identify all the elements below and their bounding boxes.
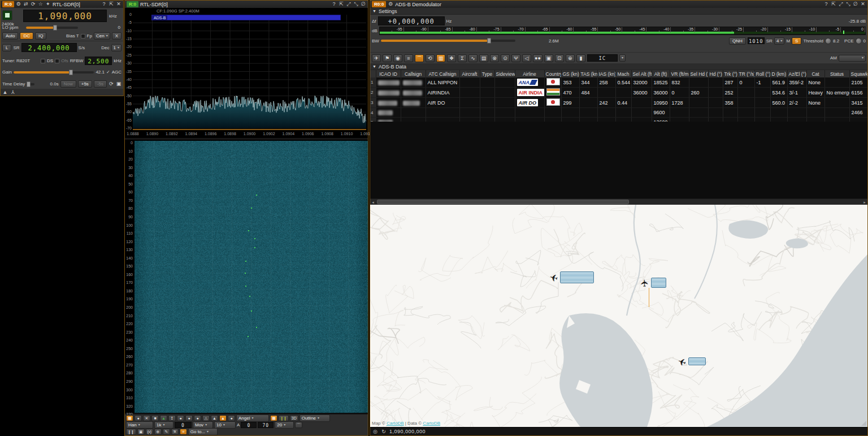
histogram-dial[interactable]: ● xyxy=(134,415,142,421)
settings-header[interactable]: ▼ Settings xyxy=(370,8,867,15)
favorite-icon[interactable]: ☆ xyxy=(38,1,44,7)
trace-dial-2[interactable]: ● xyxy=(185,415,193,421)
resize-grip-icon[interactable] xyxy=(861,421,866,426)
hide-icon[interactable]: ∅ xyxy=(853,1,858,7)
current-trace-button[interactable]: ▲ xyxy=(211,415,218,421)
antenna-icon[interactable]: Ψ xyxy=(511,54,520,62)
fft-size-select[interactable]: 1k▾ xyxy=(154,421,173,429)
reload-device-icon[interactable]: ⟳ xyxy=(31,1,36,7)
exclude-icon[interactable]: ⊗ xyxy=(490,54,499,62)
column-header[interactable]: Airline xyxy=(515,70,544,77)
marker-dial[interactable]: ● xyxy=(228,415,235,421)
presets-icon[interactable]: ✦ xyxy=(45,1,51,7)
waterfall-palette-button[interactable]: ❙❙ xyxy=(279,415,289,421)
aggregate-icon[interactable]: Σ xyxy=(458,54,467,62)
trace-up-button[interactable]: ↥ xyxy=(168,415,176,421)
help-icon[interactable]: ? xyxy=(331,1,337,7)
gain-slider[interactable] xyxy=(14,71,94,74)
column-header[interactable]: Aircraft xyxy=(459,70,480,77)
aircraft-data-label[interactable] xyxy=(688,357,706,365)
collapse-icon[interactable]: ▼ xyxy=(372,9,376,13)
lo-ppm-slider[interactable] xyxy=(26,27,78,29)
agc-check-icon[interactable]: ✓ xyxy=(106,70,110,75)
wideband-button[interactable]: (•) xyxy=(146,429,153,435)
cartodb-link-2[interactable]: CartoDB xyxy=(423,421,440,426)
start-stop-button[interactable] xyxy=(2,10,12,20)
find-on-map-icon[interactable]: ⊕ xyxy=(566,54,575,62)
column-header[interactable]: Callsign xyxy=(401,70,426,77)
restore-icon[interactable]: ⤡ xyxy=(845,1,851,7)
transverter-button[interactable]: X xyxy=(112,32,121,40)
range-spinner[interactable]: 70 xyxy=(258,422,274,428)
rf-bandwidth-dial[interactable]: 2,500 xyxy=(85,57,112,65)
audio-mute-icon[interactable]: ◁ xyxy=(522,54,531,62)
scrollbar-thumb[interactable] xyxy=(377,200,629,204)
gear-icon[interactable]: ⚙ xyxy=(388,1,393,7)
style-select[interactable]: Outline▾ xyxy=(300,415,330,422)
am-demod-select[interactable]: ▾ xyxy=(839,55,866,62)
close-icon[interactable]: ✕ xyxy=(860,1,866,7)
column-header[interactable]: Sideview xyxy=(494,70,515,77)
cartodb-link[interactable]: CartoDB xyxy=(387,421,404,426)
target-frequency-icon[interactable]: ◎ xyxy=(372,429,378,435)
undock-icon[interactable]: ⇱ xyxy=(338,1,344,7)
waterfall-toggle-button[interactable]: ▦ xyxy=(270,415,277,421)
aircraft-icon[interactable]: ✈ xyxy=(549,271,559,283)
aircraft-row[interactable]: 496002466 xyxy=(370,108,867,118)
station-icon[interactable]: ▲ xyxy=(2,89,8,96)
adsb-channel-label[interactable]: ADS-B xyxy=(152,15,167,20)
qnh-button[interactable]: QNH xyxy=(729,37,746,45)
fc-position-select[interactable]: Cen▾ xyxy=(94,32,110,40)
help-icon[interactable]: ? xyxy=(101,1,107,7)
aircraft-row[interactable]: 2AIRINDIAAIR INDIA4704843600036000026025… xyxy=(370,88,867,98)
notch-filter-icon[interactable]: ⌒ xyxy=(415,54,424,62)
column-header[interactable]: VR (ft/m) xyxy=(670,70,689,77)
waterfall-canvas[interactable] xyxy=(134,141,368,413)
track-icon[interactable]: ⟲ xyxy=(426,54,435,62)
auto-button[interactable]: Auto xyxy=(2,32,18,40)
offset-tuning-checkbox[interactable] xyxy=(55,59,59,63)
sweep-select[interactable]: 20▾ xyxy=(275,421,294,429)
trace-dial-3[interactable]: ● xyxy=(194,415,201,421)
samples-per-bit-select[interactable]: 4▾ xyxy=(774,37,784,45)
markers-button[interactable]: ▲ xyxy=(219,415,227,421)
marker-type-select[interactable]: Angel▾ xyxy=(236,415,269,422)
timeout-icon[interactable]: ⊙ xyxy=(501,54,510,62)
threshold-knob[interactable] xyxy=(825,38,831,44)
freeze-button[interactable]: ❙❙ xyxy=(126,429,136,435)
channel-frequency-dial[interactable]: +0,000,000 xyxy=(378,16,445,25)
table-icon[interactable]: ▤ xyxy=(479,54,488,62)
now-button[interactable]: Now xyxy=(60,80,76,88)
column-header[interactable]: IAS (kn) xyxy=(597,70,615,77)
aircraft-icon[interactable]: ✈ xyxy=(677,356,688,368)
column-header[interactable]: Sel Alt (ft) xyxy=(631,70,652,77)
column-header[interactable]: Alt (ft) xyxy=(652,70,670,77)
bias-t-checkbox[interactable] xyxy=(81,34,85,38)
trace-dial-1[interactable]: ● xyxy=(177,415,184,421)
sync-icon[interactable]: ↻ xyxy=(381,429,387,435)
gear-icon[interactable]: ⚙ xyxy=(16,1,21,7)
reference-color-swatch[interactable]: ■ xyxy=(151,415,159,421)
feed-icon[interactable]: ▥ xyxy=(436,54,445,62)
iq-imbalance-button[interactable]: IQ xyxy=(35,32,46,40)
undock-icon[interactable]: ⇱ xyxy=(108,1,114,7)
dc-block-button[interactable]: DC xyxy=(20,32,33,40)
stats-icon[interactable]: ❖ xyxy=(447,54,456,62)
frequency-tracker-button[interactable]: ⊕ xyxy=(154,429,162,435)
chart-icon[interactable]: ∿ xyxy=(468,54,478,62)
center-frequency-dial[interactable]: 1,090,000 xyxy=(23,10,107,22)
markers-table-button[interactable]: ≡ xyxy=(180,429,187,435)
device-index-badge[interactable]: R:0 xyxy=(2,1,14,7)
aircraft-row[interactable]: 3AIR DOAIR DO2992420.44109501728358560.0… xyxy=(370,98,867,108)
spectrum-trace-canvas[interactable] xyxy=(133,15,366,128)
averaging-count-select[interactable]: 10▾ xyxy=(214,421,236,429)
aircraft-data-label[interactable] xyxy=(651,278,666,288)
column-header[interactable]: Country xyxy=(544,70,561,77)
time-delay-slider[interactable] xyxy=(27,83,34,85)
column-header[interactable] xyxy=(370,70,376,77)
column-header[interactable]: Roll (°) xyxy=(754,70,770,77)
correlation-icon[interactable]: ●● xyxy=(533,54,542,62)
annotation-button[interactable]: ✎ xyxy=(163,429,170,435)
direct-sampling-checkbox[interactable] xyxy=(41,59,45,63)
qnh-spinner[interactable]: 1010 xyxy=(748,37,765,44)
